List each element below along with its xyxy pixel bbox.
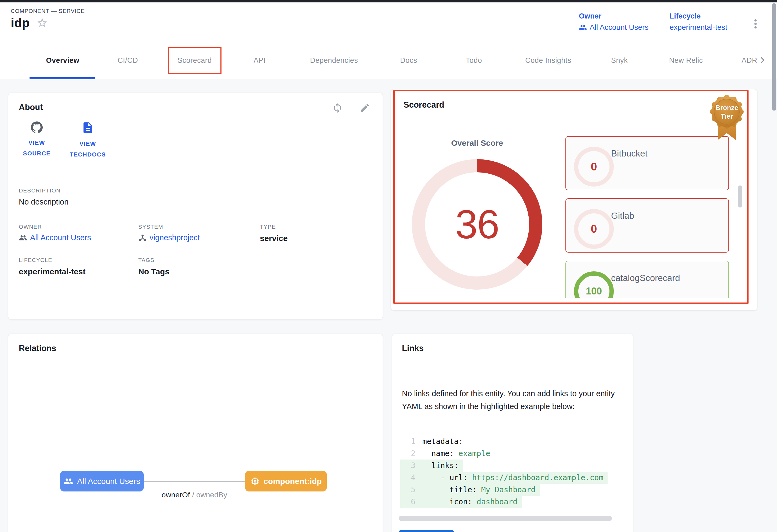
techdocs-document-icon [81, 121, 94, 134]
edge-from-label: ownerOf [161, 491, 190, 499]
relations-card-title: Relations [19, 344, 57, 353]
system-field-value[interactable]: vigneshproject [138, 233, 200, 242]
score-value: 100 [586, 286, 602, 297]
code-line: 2 name: example [400, 447, 626, 459]
score-item-gitlab[interactable]: 0 Gitlab [565, 198, 729, 253]
yaml-code-block: 1metadata: 2 name: example 3 links: 4 - … [400, 435, 626, 510]
code-horizontal-scrollbar[interactable] [399, 516, 612, 521]
badge-line2: Tier [720, 113, 733, 120]
score-name: Gitlab [611, 211, 634, 221]
owner-field-label: OWNER [19, 224, 42, 230]
links-card: Links No links defined for this entity. … [392, 334, 633, 532]
relation-node-owner-label: All Account Users [77, 477, 140, 486]
code-line-highlighted: 6 icon: dashboard [400, 496, 522, 508]
edge-separator: / [190, 491, 196, 499]
relation-edge-line [144, 481, 245, 482]
view-techdocs-link[interactable]: VIEW TECHDOCS [64, 121, 112, 160]
view-techdocs-label: VIEW TECHDOCS [65, 138, 111, 160]
primary-action-button-partial[interactable] [399, 530, 454, 532]
badge-line1: Bronze [715, 104, 738, 111]
tab-dependencies[interactable]: Dependencies [303, 56, 365, 65]
entity-tab-bar: Overview CI/CD Scorecard API Dependencie… [0, 44, 777, 79]
tab-snyk[interactable]: Snyk [599, 56, 640, 65]
people-icon [579, 23, 587, 31]
relation-edge-label: ownerOf / ownedBy [144, 491, 245, 499]
relation-node-owner[interactable]: All Account Users [60, 471, 144, 492]
people-icon [64, 477, 73, 486]
component-chip-icon [250, 477, 260, 486]
overall-score-value: 36 [455, 201, 499, 248]
star-outline-icon[interactable] [36, 17, 48, 28]
bronze-tier-badge: Bronze Tier [710, 95, 744, 142]
about-card-title: About [19, 103, 43, 112]
overall-gauge: 36 [412, 159, 542, 290]
score-ring: 0 [574, 209, 614, 249]
owner-field-text: All Account Users [30, 233, 91, 242]
page-title: idp [11, 16, 29, 29]
tab-scorecard[interactable]: Scorecard [172, 56, 217, 65]
code-line-highlighted: 3 links: [400, 459, 463, 472]
lifecycle-value: experimental-test [670, 23, 727, 32]
system-hub-icon [138, 234, 147, 242]
lifecycle-field-value: experimental-test [19, 267, 85, 276]
active-tab-indicator [29, 77, 95, 79]
github-icon [31, 121, 43, 133]
lifecycle-label: Lifecycle [670, 12, 727, 20]
owner-value: All Account Users [589, 23, 648, 32]
code-line-highlighted: 5 title: My Dashboard [400, 484, 540, 496]
view-source-link[interactable]: VIEW SOURCE [18, 121, 56, 159]
about-card: About VIEW SOURCE VIEW TECHDOCS DESCRIPT… [8, 93, 383, 320]
entity-header: COMPONENT — SERVICE idp Owner All Accoun… [0, 2, 777, 45]
tab-ci-cd[interactable]: CI/CD [106, 56, 149, 65]
type-field-label: TYPE [260, 224, 276, 230]
code-line-highlighted: 4 - url: https://dashboard.example.com [400, 472, 607, 484]
lifecycle-field-label: LIFECYCLE [19, 257, 52, 263]
tab-code-insights[interactable]: Code Insights [517, 56, 579, 65]
code-line: 1metadata: [400, 435, 626, 447]
tags-field-label: TAGS [138, 257, 154, 263]
header-lifecycle: Lifecycle experimental-test [670, 12, 727, 32]
overall-score-label: Overall Score [412, 138, 542, 148]
score-item-bitbucket[interactable]: 0 Bitbucket [565, 136, 729, 190]
edge-to-label: ownedBy [196, 491, 227, 499]
tab-overview[interactable]: Overview [30, 56, 95, 65]
entity-page: COMPONENT — SERVICE idp Owner All Accoun… [0, 0, 777, 532]
refresh-sync-icon[interactable] [332, 103, 343, 113]
owner-label: Owner [579, 12, 648, 20]
relation-node-component-label: component:idp [264, 477, 322, 486]
tab-docs[interactable]: Docs [388, 56, 429, 65]
scorecard-scrollbar-thumb[interactable] [738, 185, 742, 208]
title-row: idp [11, 16, 48, 29]
score-ring: 0 [574, 147, 614, 186]
description-label: DESCRIPTION [19, 187, 61, 194]
score-name: catalogScorecard [611, 273, 680, 283]
tab-adr-truncated[interactable]: ADR [742, 56, 757, 65]
owner-value-link[interactable]: All Account Users [579, 23, 648, 32]
score-value: 0 [591, 223, 597, 235]
score-name: Bitbucket [611, 148, 648, 159]
score-item-catalogscorecard[interactable]: 100 catalogScorecard [565, 261, 729, 298]
links-empty-text: No links defined for this entity. You ca… [402, 387, 624, 413]
header-owner: Owner All Account Users [579, 12, 648, 32]
score-ring: 100 [574, 271, 614, 298]
scorecard-card-title: Scorecard [404, 100, 444, 110]
chevron-right-icon[interactable] [757, 54, 768, 66]
view-source-label: VIEW SOURCE [21, 137, 53, 159]
relation-node-component[interactable]: component:idp [245, 471, 327, 492]
score-value: 0 [591, 160, 597, 173]
relations-card: Relations All Account Users component:id… [8, 334, 383, 532]
tags-field-value: No Tags [138, 267, 170, 276]
tab-todo[interactable]: Todo [454, 56, 494, 65]
owner-field-value[interactable]: All Account Users [19, 233, 91, 242]
type-field-value: service [260, 234, 288, 243]
tab-new-relic[interactable]: New Relic [659, 56, 713, 65]
edit-pencil-icon[interactable] [359, 103, 370, 113]
system-field-label: SYSTEM [138, 224, 163, 230]
browser-top-bar [0, 0, 777, 2]
people-icon [19, 234, 27, 242]
breadcrumb: COMPONENT — SERVICE [11, 8, 85, 14]
more-vert-icon[interactable] [749, 17, 763, 31]
page-scrollbar-thumb[interactable] [772, 3, 776, 111]
scorecard-items-list: 0 Bitbucket 0 Gitlab 100 catalogScorecar… [565, 136, 731, 298]
tab-api[interactable]: API [242, 56, 277, 65]
